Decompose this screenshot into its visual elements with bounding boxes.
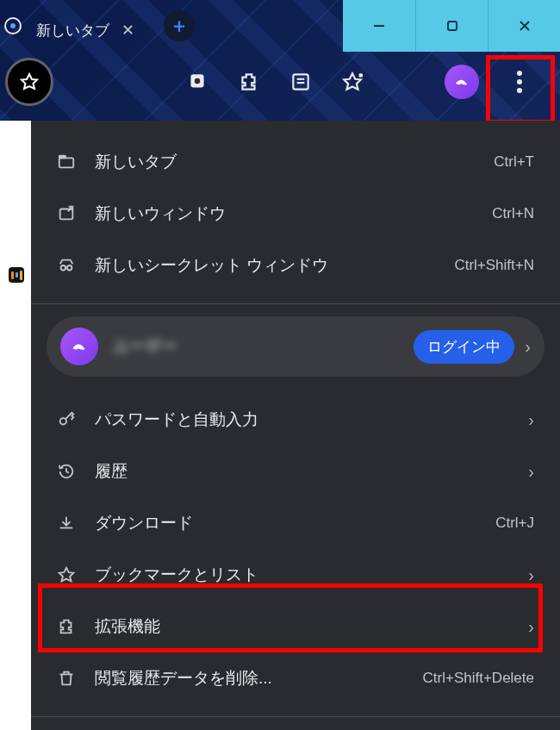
menu-item-profile[interactable]: ユーザー ログイン中 › (47, 316, 544, 377)
close-tab-icon[interactable]: ✕ (120, 19, 136, 41)
menu-label: 新しいウィンドウ (95, 203, 492, 225)
active-tab[interactable]: 新しいタブ ✕ (28, 10, 148, 50)
chevron-right-icon: › (508, 410, 534, 430)
favorites-icon[interactable] (334, 64, 370, 100)
menu-item-history[interactable]: 履歴 › (31, 446, 560, 497)
reading-list-icon[interactable] (283, 64, 319, 100)
svg-rect-21 (60, 209, 73, 220)
menu-label: ダウンロード (95, 512, 495, 534)
menu-label: 閲覧履歴データを削除... (95, 667, 423, 689)
menu-item-passwords[interactable]: パスワードと自動入力 › (31, 394, 560, 446)
menu-label: パスワードと自動入力 (95, 409, 508, 431)
svg-point-17 (517, 88, 522, 93)
toolbar (0, 52, 560, 112)
svg-marker-6 (22, 74, 37, 89)
analytics-widget-icon (9, 267, 24, 283)
incognito-icon (57, 256, 95, 275)
menu-separator (31, 303, 560, 304)
extensions-icon[interactable] (231, 64, 267, 100)
menu-shortcut: Ctrl+Shift+Delete (423, 670, 534, 687)
history-icon (57, 462, 95, 481)
svg-rect-20 (59, 156, 65, 159)
menu-item-extensions[interactable]: 拡張機能 › (31, 601, 560, 652)
menu-item-new-tab[interactable]: 新しいタブ Ctrl+T (31, 136, 560, 188)
titlebar: 新しいタブ ✕ ＋ (0, 0, 560, 52)
menu-shortcut: Ctrl+Shift+N (454, 257, 534, 274)
avatar-icon (60, 328, 98, 365)
svg-rect-19 (59, 158, 74, 167)
svg-marker-27 (59, 568, 74, 582)
star-icon (57, 565, 95, 584)
tab-strip: 新しいタブ ✕ ＋ (0, 0, 343, 52)
more-menu-button[interactable] (495, 57, 544, 107)
profile-avatar[interactable] (445, 65, 479, 99)
lens-icon[interactable] (128, 64, 164, 100)
menu-shortcut: Ctrl+N (492, 205, 534, 222)
menu-item-new-window[interactable]: 新しいウィンドウ Ctrl+N (31, 188, 560, 240)
window-icon (57, 204, 95, 223)
tab-title: 新しいタブ (36, 21, 109, 41)
browser-main-menu: 新しいタブ Ctrl+T 新しいウィンドウ Ctrl+N 新しいシークレット ウ… (31, 121, 560, 730)
close-window-button[interactable] (488, 0, 560, 52)
new-tab-button[interactable]: ＋ (164, 10, 195, 41)
window-controls (343, 0, 560, 52)
menu-label: ブックマークとリスト (95, 564, 508, 586)
bookmark-star-button[interactable] (5, 58, 53, 106)
minimize-button[interactable] (343, 0, 415, 52)
svg-rect-3 (448, 22, 457, 30)
browser-favicon (2, 15, 24, 37)
tab-icon (57, 153, 95, 172)
svg-point-15 (517, 71, 522, 76)
menu-label: 拡張機能 (95, 615, 508, 638)
svg-point-16 (517, 79, 522, 84)
key-icon (57, 410, 95, 429)
menu-item-incognito[interactable]: 新しいシークレット ウィンドウ Ctrl+Shift+N (31, 240, 560, 291)
svg-point-24 (67, 265, 72, 271)
chevron-right-icon: › (508, 462, 534, 482)
menu-label: 履歴 (95, 460, 508, 483)
menu-separator (31, 716, 560, 717)
trash-icon (57, 669, 95, 688)
puzzle-icon (57, 617, 95, 636)
svg-point-8 (195, 78, 201, 84)
menu-shortcut: Ctrl+J (495, 515, 534, 532)
svg-point-1 (10, 23, 16, 28)
svg-point-26 (60, 418, 66, 424)
chevron-right-icon: › (508, 565, 534, 585)
menu-label: 新しいシークレット ウィンドウ (95, 254, 454, 277)
menu-item-clear-browsing-data[interactable]: 閲覧履歴データを削除... Ctrl+Shift+Delete (31, 652, 560, 704)
menu-shortcut: Ctrl+T (494, 153, 534, 171)
chevron-right-icon: › (508, 617, 534, 637)
menu-label: 新しいタブ (95, 151, 494, 173)
login-status-badge: ログイン中 (414, 330, 514, 364)
svg-marker-12 (344, 73, 361, 89)
download-icon (57, 514, 95, 533)
chevron-right-icon: › (525, 337, 531, 357)
page-background (0, 121, 31, 730)
svg-point-23 (61, 265, 66, 271)
profile-name: ユーザー (112, 335, 414, 358)
menu-item-bookmarks[interactable]: ブックマークとリスト › (31, 549, 560, 601)
notification-icon[interactable] (179, 64, 215, 100)
maximize-button[interactable] (415, 0, 488, 52)
menu-item-downloads[interactable]: ダウンロード Ctrl+J (31, 497, 560, 549)
